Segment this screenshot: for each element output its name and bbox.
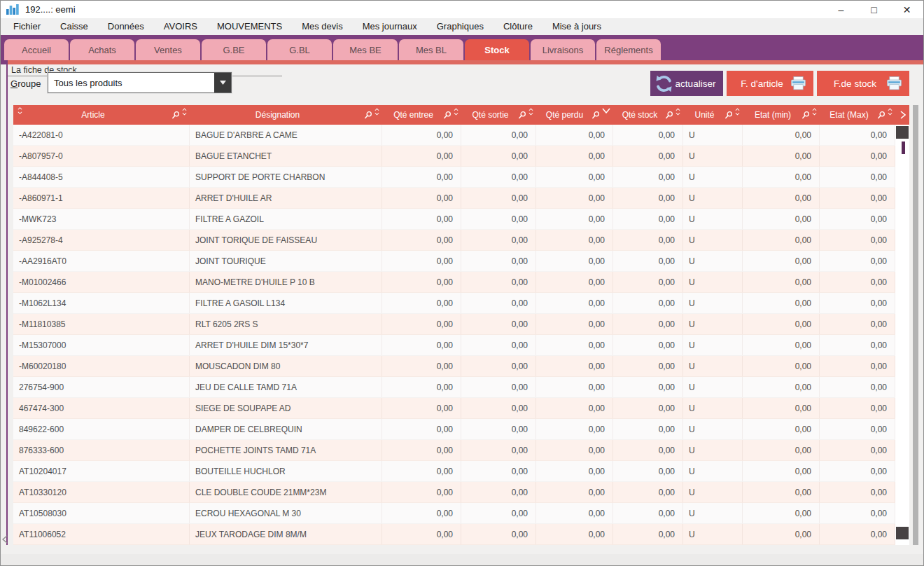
cell-qte-stock: 0,00: [613, 335, 683, 356]
tab[interactable]: Stock: [465, 39, 529, 60]
column-header[interactable]: Qté sortie: [461, 105, 536, 125]
table-row[interactable]: -M11810385 RLT 6205 2RS S 0,00 0,00 0,00…: [13, 314, 895, 335]
tab[interactable]: G.BE: [202, 39, 266, 60]
print-article-button[interactable]: F. d'article: [727, 71, 813, 96]
table-row[interactable]: -AA2916AT0 JOINT TOURIQUE 0,00 0,00 0,00…: [13, 251, 895, 272]
sort-updown-icon[interactable]: [454, 108, 458, 116]
column-header[interactable]: Article: [13, 105, 190, 125]
search-icon[interactable]: [172, 111, 180, 119]
table-row[interactable]: -M60020180 MOUSCADON DIM 80 0,00 0,00 0,…: [13, 356, 895, 377]
tab[interactable]: Ventes: [136, 39, 200, 60]
column-header[interactable]: Etat (min): [743, 105, 820, 125]
menu-item[interactable]: Mes devis: [292, 18, 353, 35]
cell-qte-stock: 0,00: [613, 272, 683, 293]
column-header[interactable]: Unité: [683, 105, 743, 125]
print-stock-button[interactable]: F.de stock: [817, 71, 909, 96]
column-header[interactable]: Qté stock: [613, 105, 683, 125]
cell-qte-perdu: 0,00: [536, 251, 613, 272]
table-row[interactable]: 876333-600 POCHETTE JOINTS TAMD 71A 0,00…: [13, 440, 895, 461]
menu-item[interactable]: Mise à jours: [542, 18, 611, 35]
cell-qte-entree: 0,00: [382, 335, 461, 356]
scroll-down-button[interactable]: [896, 527, 909, 539]
cell-qte-entree: 0,00: [382, 356, 461, 377]
table-row[interactable]: -A844408-5 SUPPORT DE PORTE CHARBON 0,00…: [13, 167, 895, 188]
outer-scrollbar-strip[interactable]: [913, 105, 918, 545]
column-header[interactable]: Etat (Max): [820, 105, 895, 125]
table-row[interactable]: -M15307000 ARRET D'HUILE DIM 15*30*7 0,0…: [13, 335, 895, 356]
cell-etat-min: 0,00: [743, 335, 820, 356]
search-icon[interactable]: [802, 111, 810, 119]
sort-updown-icon[interactable]: [528, 108, 533, 116]
table-row[interactable]: -A807957-0 BAGUE ETANCHET 0,00 0,00 0,00…: [13, 146, 895, 167]
table-row[interactable]: -MWK723 FILTRE A GAZOIL 0,00 0,00 0,00 0…: [13, 209, 895, 230]
cell-qte-sortie: 0,00: [461, 419, 536, 440]
table-row[interactable]: -A925278-4 JOINT TORIQUE DE FAISSEAU 0,0…: [13, 230, 895, 251]
minimize-button[interactable]: –: [825, 1, 858, 18]
search-icon[interactable]: [724, 111, 733, 119]
search-icon[interactable]: [443, 111, 451, 119]
sort-updown-icon[interactable]: [735, 108, 740, 116]
sort-updown-icon[interactable]: [888, 108, 892, 116]
sort-updown-icon[interactable]: [676, 108, 680, 116]
search-icon[interactable]: [364, 111, 372, 119]
chevron-left-icon[interactable]: [2, 535, 8, 544]
sort-updown-icon[interactable]: [812, 108, 817, 116]
menu-item[interactable]: Données: [98, 18, 154, 35]
tab[interactable]: Réglements: [596, 39, 661, 60]
search-icon[interactable]: [592, 111, 600, 119]
scrollbar-thumb[interactable]: [902, 142, 905, 154]
cell-article: -M11810385: [13, 314, 190, 335]
menu-item[interactable]: MOUVEMENTS: [207, 18, 292, 35]
cell-etat-max: 0,00: [820, 272, 895, 293]
tab[interactable]: Accueil: [4, 39, 69, 60]
sort-updown-icon[interactable]: [18, 106, 22, 115]
table-row[interactable]: AT10204017 BOUTEILLE HUCHLOR 0,00 0,00 0…: [13, 461, 895, 482]
table-row[interactable]: 276754-900 JEU DE CALLE TAMD 71A 0,00 0,…: [13, 377, 895, 398]
cell-etat-max: 0,00: [820, 293, 895, 314]
table-row[interactable]: 849622-600 DAMPER DE CELBREQUIN 0,00 0,0…: [13, 419, 895, 440]
table-row[interactable]: -A422081-0 BAGUE D'ARBRE A CAME 0,00 0,0…: [13, 125, 895, 146]
maximize-button[interactable]: □: [858, 1, 890, 18]
cell-etat-max: 0,00: [820, 188, 895, 209]
cell-qte-sortie: 0,00: [461, 125, 536, 146]
tab[interactable]: G.BL: [267, 39, 332, 60]
column-header[interactable]: Qté entree: [382, 105, 461, 125]
table-row[interactable]: -A860971-1 ARRET D'HUILE AR 0,00 0,00 0,…: [13, 188, 895, 209]
chevron-right-icon[interactable]: [900, 111, 906, 119]
table-row[interactable]: -M01002466 MANO-METRE D'HUILE P 10 B 0,0…: [13, 272, 895, 293]
sort-updown-icon[interactable]: [182, 108, 187, 116]
table-row[interactable]: 467474-300 SIEGE DE SOUPAPE AD 0,00 0,00…: [13, 398, 895, 419]
menu-item[interactable]: AVOIRS: [154, 18, 207, 35]
search-icon[interactable]: [877, 111, 886, 119]
chevron-down-icon[interactable]: [214, 73, 231, 92]
group-select[interactable]: Tous les produits: [48, 72, 232, 93]
tab[interactable]: Achats: [70, 39, 134, 60]
cell-unite: U: [683, 419, 743, 440]
cell-qte-perdu: 0,00: [536, 188, 613, 209]
table-row[interactable]: AT11006052 JEUX TARODAGE DIM 8M/M 0,00 0…: [13, 524, 895, 545]
cell-designation: ARRET D'HUILE AR: [190, 188, 382, 209]
sort-updown-icon[interactable]: [374, 108, 379, 116]
column-header[interactable]: Qté perdu: [536, 105, 613, 125]
refresh-button[interactable]: actualiser: [650, 71, 723, 96]
table-row[interactable]: AT10508030 ECROU HEXAGONAL M 30 0,00 0,0…: [13, 503, 895, 524]
vertical-scrollbar-track[interactable]: [895, 125, 909, 545]
column-header[interactable]: Désignation: [190, 105, 382, 125]
menu-item[interactable]: Clôture: [493, 18, 542, 35]
tab[interactable]: Mes BE: [333, 39, 398, 60]
menu-item[interactable]: Fichier: [4, 18, 50, 35]
table-row[interactable]: -M1062L134 FILTRE A GASOIL L134 0,00 0,0…: [13, 293, 895, 314]
table-row[interactable]: AT10330120 CLE DOUBLE COUDE 21MM*23M 0,0…: [13, 482, 895, 503]
tab[interactable]: Mes BL: [399, 39, 463, 60]
search-icon[interactable]: [665, 111, 673, 119]
menu-item[interactable]: Mes journaux: [353, 18, 427, 35]
chevron-down-icon[interactable]: [602, 108, 610, 113]
menu-item[interactable]: Graphiques: [427, 18, 493, 35]
cell-qte-entree: 0,00: [382, 440, 461, 461]
search-icon[interactable]: [518, 111, 526, 119]
close-button[interactable]: ✕: [890, 1, 923, 18]
tab[interactable]: Livraisons: [531, 39, 595, 60]
menu-item[interactable]: Caisse: [50, 18, 98, 35]
scroll-up-button[interactable]: [896, 126, 909, 139]
app-window: 192....: eemi – □ ✕ Fichier Caisse Donné…: [0, 0, 924, 566]
